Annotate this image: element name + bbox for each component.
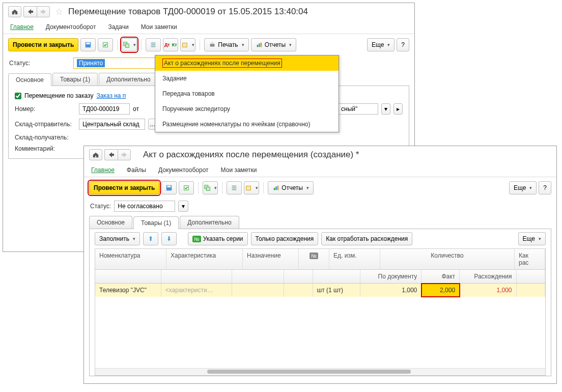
menu-tasks[interactable]: Задачи bbox=[108, 23, 128, 31]
table-row[interactable]: Телевизор "JVC" <характеристи… шт (1 шт)… bbox=[95, 284, 545, 297]
more-button[interactable]: Еще bbox=[509, 181, 537, 194]
grid-header: Номенклатура Характеристика Назначение №… bbox=[95, 249, 545, 270]
cell-series[interactable] bbox=[284, 284, 313, 297]
col-quantity[interactable]: Количество bbox=[380, 249, 515, 269]
create-based-on-menu: Акт о расхождениях после перемещения Зад… bbox=[155, 55, 339, 132]
post-and-close-button[interactable]: Провести и закрыть bbox=[8, 38, 78, 51]
reports-button[interactable]: Отчеты bbox=[251, 38, 296, 51]
move-up-button[interactable]: ⬆ bbox=[143, 232, 158, 245]
number-label: Номер: bbox=[15, 105, 76, 113]
fill-button[interactable]: Заполнить bbox=[95, 232, 140, 245]
goods-grid[interactable]: Номенклатура Характеристика Назначение №… bbox=[95, 248, 546, 376]
forward-button[interactable] bbox=[118, 149, 131, 160]
menu-docflow[interactable]: Документооборот bbox=[158, 166, 209, 174]
series-button[interactable]: № Указать серии bbox=[188, 232, 248, 245]
help-button[interactable]: ? bbox=[539, 181, 551, 194]
only-diff-button[interactable]: Только расхождения bbox=[251, 232, 319, 245]
sender-input[interactable]: Центральный склад bbox=[79, 119, 145, 130]
tab-extra[interactable]: Дополнительно bbox=[99, 73, 158, 86]
menu-item-discrepancy-act[interactable]: Акт о расхождениях после перемещения bbox=[155, 55, 339, 71]
svg-rect-20 bbox=[232, 187, 237, 188]
tab-main[interactable]: Основное bbox=[8, 73, 51, 86]
status-input[interactable]: Не согласовано bbox=[114, 201, 175, 212]
attach-button[interactable] bbox=[180, 38, 195, 51]
back-button[interactable] bbox=[104, 149, 118, 160]
favorite-icon[interactable]: ☆ bbox=[55, 6, 63, 17]
menu-item-goods-transfer[interactable]: Передача товаров bbox=[155, 86, 339, 101]
svg-rect-10 bbox=[211, 42, 214, 44]
post-button[interactable] bbox=[98, 38, 113, 51]
col-nomenclature[interactable]: Номенклатура bbox=[95, 249, 166, 269]
col-fact[interactable]: Факт bbox=[422, 270, 460, 283]
status-row2: Статус: Не согласовано ▾ bbox=[84, 199, 556, 214]
list-button[interactable] bbox=[146, 38, 161, 51]
horizontal-scrollbar[interactable] bbox=[95, 368, 545, 375]
scrollbar-thumb[interactable] bbox=[207, 370, 411, 374]
move-down-button[interactable]: ⬇ bbox=[161, 232, 177, 245]
cell-purpose[interactable] bbox=[232, 284, 284, 297]
post-button[interactable] bbox=[179, 181, 194, 194]
post-and-close-button[interactable]: Провести и закрыть bbox=[89, 181, 159, 194]
menu-files[interactable]: Файлы bbox=[127, 166, 146, 174]
menu-notes[interactable]: Мои заметки bbox=[221, 166, 257, 174]
more-button[interactable]: Еще bbox=[367, 38, 395, 51]
status-drop[interactable]: ▾ bbox=[178, 201, 188, 212]
reports-button[interactable]: Отчеты bbox=[268, 181, 313, 194]
cell-characteristic[interactable]: <характеристи… bbox=[161, 284, 232, 297]
attach-button[interactable] bbox=[244, 181, 259, 194]
home-button[interactable] bbox=[89, 149, 102, 160]
create-based-on-button[interactable] bbox=[122, 38, 137, 51]
menu-docflow[interactable]: Документооборот bbox=[46, 23, 96, 31]
svg-rect-5 bbox=[151, 43, 156, 44]
col-characteristic[interactable]: Характеристика bbox=[166, 249, 243, 269]
tabs2: Основное Товары (1) Дополнительно bbox=[84, 216, 556, 229]
titlebar2: Акт о расхождениях после перемещения (со… bbox=[84, 146, 556, 163]
cell-how[interactable] bbox=[517, 284, 545, 297]
cell-unit[interactable]: шт (1 шт) bbox=[313, 284, 360, 297]
cell-diff[interactable]: 1,000 bbox=[460, 284, 516, 297]
col-series[interactable]: № bbox=[299, 249, 329, 269]
menu-item-forwarder-order[interactable]: Поручение экспедитору bbox=[155, 101, 339, 117]
col-how[interactable]: Как рас bbox=[515, 249, 545, 269]
menu-main[interactable]: Главное bbox=[10, 23, 34, 31]
tab-extra[interactable]: Дополнительно bbox=[180, 216, 239, 229]
back-button[interactable] bbox=[23, 6, 37, 17]
discrepancy-act-window: Акт о расхождениях после перемещения (со… bbox=[83, 146, 557, 384]
home-button[interactable] bbox=[8, 6, 21, 17]
priority-open[interactable]: ▸ bbox=[394, 103, 403, 115]
help-button[interactable]: ? bbox=[397, 38, 409, 51]
priority-input[interactable]: сный" bbox=[338, 103, 378, 115]
number-input[interactable]: ТД00-000019 bbox=[79, 103, 130, 115]
menu-notes[interactable]: Мои заметки bbox=[141, 23, 177, 31]
cell-nomenclature[interactable]: Телевизор "JVC" bbox=[95, 284, 161, 297]
tab-body2: Заполнить ⬆ ⬇ № Указать серии Только рас… bbox=[89, 229, 551, 376]
forward-button[interactable] bbox=[37, 6, 50, 17]
cell-by-doc[interactable]: 1,000 bbox=[360, 284, 422, 297]
col-diff[interactable]: Расхождения bbox=[460, 270, 516, 283]
col-unit[interactable]: Ед. изм. bbox=[329, 249, 380, 269]
dtkt-button[interactable]: ДтКт bbox=[163, 38, 178, 51]
create-based-on-button[interactable] bbox=[203, 181, 218, 194]
tab-goods[interactable]: Товары (1) bbox=[52, 73, 98, 86]
list-button[interactable] bbox=[227, 181, 242, 194]
col-by-doc[interactable]: По документу bbox=[360, 270, 422, 283]
how-process-button[interactable]: Как отработать расхождения bbox=[321, 232, 412, 245]
window-title: Перемещение товаров ТД00-000019 от 15.05… bbox=[68, 7, 308, 17]
grid-more-button[interactable]: Еще bbox=[518, 232, 546, 245]
tab-goods[interactable]: Товары (1) bbox=[133, 216, 179, 229]
order-link[interactable]: Заказ на п bbox=[96, 92, 126, 99]
menu-item-cell-placement[interactable]: Размещение номенклатуры по ячейкам (спра… bbox=[155, 117, 339, 132]
svg-rect-13 bbox=[260, 43, 262, 47]
priority-drop[interactable]: ▾ bbox=[381, 103, 390, 115]
move-by-order-checkbox[interactable] bbox=[15, 93, 21, 99]
svg-rect-11 bbox=[257, 45, 258, 47]
cell-fact[interactable]: 2,000 bbox=[422, 284, 460, 297]
tab-main[interactable]: Основное bbox=[89, 216, 132, 229]
print-button[interactable]: Печать bbox=[204, 38, 248, 51]
save-button[interactable] bbox=[80, 38, 96, 51]
menu-main[interactable]: Главное bbox=[91, 166, 115, 174]
svg-rect-7 bbox=[151, 46, 156, 47]
save-button[interactable] bbox=[161, 181, 177, 194]
col-purpose[interactable]: Назначение bbox=[243, 249, 299, 269]
menu-item-task[interactable]: Задание bbox=[155, 71, 339, 86]
